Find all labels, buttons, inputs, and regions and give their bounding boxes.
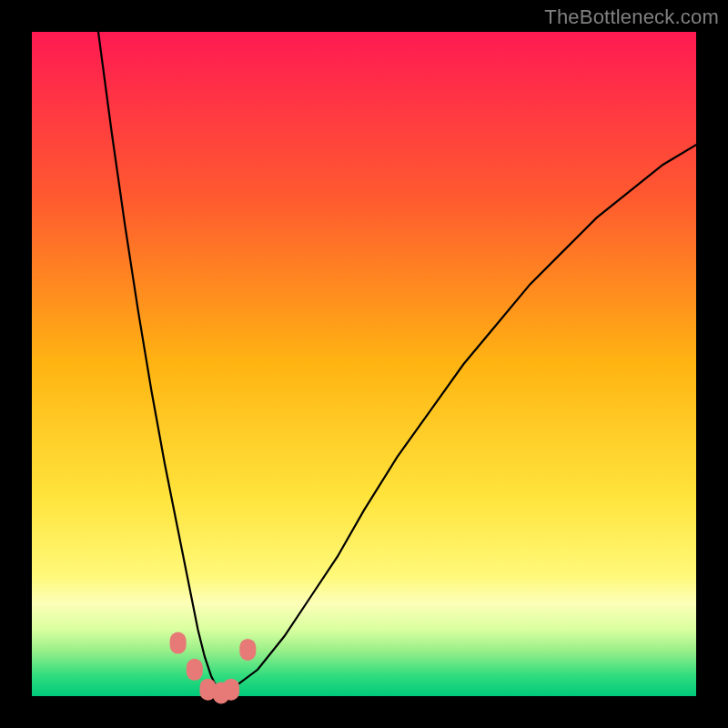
chart-frame: TheBottleneck.com bbox=[0, 0, 728, 728]
bottleneck-chart bbox=[0, 0, 728, 728]
curve-marker bbox=[170, 632, 187, 654]
plot-background bbox=[32, 32, 696, 696]
curve-marker bbox=[223, 679, 239, 701]
watermark-text: TheBottleneck.com bbox=[544, 5, 719, 29]
curve-marker bbox=[187, 659, 203, 681]
curve-marker bbox=[239, 639, 256, 661]
